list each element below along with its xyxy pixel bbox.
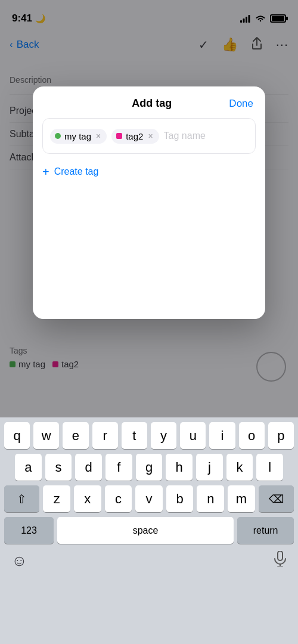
key-p[interactable]: p [268,422,294,449]
delete-key[interactable]: ⌫ [259,485,294,512]
key-e[interactable]: e [63,422,88,449]
key-g[interactable]: g [136,454,163,481]
key-z[interactable]: z [43,485,70,512]
keyboard-bottom-row: ☺ [2,549,296,574]
key-m[interactable]: m [228,485,255,512]
chip-label-2: tag2 [126,131,143,141]
key-f[interactable]: f [105,454,132,481]
key-t[interactable]: t [122,422,147,449]
key-l[interactable]: l [256,454,283,481]
key-b[interactable]: b [166,485,194,512]
key-c[interactable]: c [105,485,132,512]
plus-icon: + [42,166,49,178]
modal-title: Add tag [74,97,229,110]
key-x[interactable]: x [74,485,101,512]
key-o[interactable]: o [239,422,265,449]
return-key[interactable]: return [237,517,294,544]
chip-label-1: my tag [64,131,91,141]
tag-chip-tag2: tag2 × [111,129,159,144]
key-k[interactable]: k [226,454,253,481]
create-tag-label: Create tag [54,166,99,177]
numbers-key[interactable]: 123 [4,517,54,544]
key-v[interactable]: v [135,485,163,512]
keyboard-row-1: q w e r t y u i o p [2,422,296,449]
key-u[interactable]: u [180,422,206,449]
chip-dot-1 [55,133,61,139]
key-s[interactable]: s [45,454,72,481]
shift-key[interactable]: ⇧ [4,485,39,512]
tag-input-area[interactable]: my tag × tag2 × [42,118,256,154]
modal-header: Add tag Done [33,86,265,118]
keyboard-row-4: 123 space return [2,517,296,544]
key-y[interactable]: y [151,422,176,449]
key-n[interactable]: n [197,485,224,512]
done-button[interactable]: Done [229,98,253,110]
chip-close-2[interactable]: × [148,131,153,141]
create-tag-button[interactable]: + Create tag [42,163,98,180]
mic-icon[interactable] [274,551,287,570]
keyboard-row-3: ⇧ z x c v b n m ⌫ [2,485,296,512]
space-key[interactable]: space [57,517,234,544]
keyboard-row-2: a s d f g h j k l [2,454,296,481]
modal-container: Add tag Done my tag × tag2 × [0,0,298,417]
key-r[interactable]: r [92,422,118,449]
tag-name-input[interactable] [164,131,248,141]
chip-close-1[interactable]: × [96,131,101,141]
keyboard[interactable]: q w e r t y u i o p a s d f g h j k l ⇧ … [0,417,298,644]
tag-chip-mytag: my tag × [50,129,107,144]
key-d[interactable]: d [75,454,102,481]
svg-rect-4 [278,551,283,561]
key-i[interactable]: i [209,422,235,449]
chip-dot-2 [116,133,122,139]
key-a[interactable]: a [15,454,42,481]
key-h[interactable]: h [166,454,193,481]
key-w[interactable]: w [33,422,59,449]
emoji-icon[interactable]: ☺ [11,552,27,570]
add-tag-modal: Add tag Done my tag × tag2 × [33,86,265,319]
modal-body: my tag × tag2 × + Create tag [33,118,265,192]
key-j[interactable]: j [196,454,223,481]
key-q[interactable]: q [4,422,30,449]
